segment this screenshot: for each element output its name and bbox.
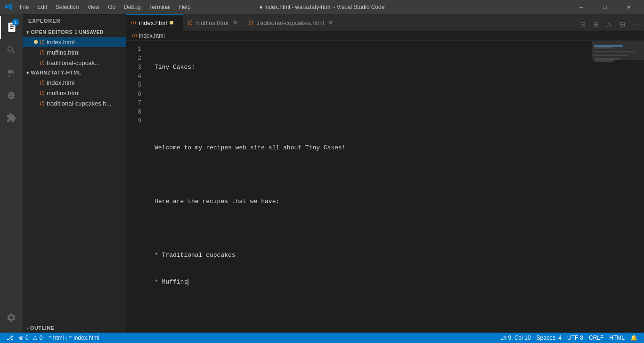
close-button[interactable]: ✕ [618,0,639,14]
format-status[interactable]: ≡ html | ≡ index.html [45,333,102,343]
line-ending-status[interactable]: CRLF [586,333,606,343]
source-control-activity-icon[interactable] [0,61,23,84]
tab-bar: ⟨/⟩ index.html ⟨/⟩ muffins.html ✕ ⟨/⟩ tr… [126,14,644,31]
open-editors-label: OPEN EDITORS [31,29,73,35]
open-file-label: index.html [47,39,74,46]
project-file-traditional[interactable]: ⟨/⟩ traditional-cupcakes.h... [23,98,126,108]
open-file-traditional-cupcakes[interactable]: ⟨/⟩ traditional-cupcak... [23,57,126,68]
tab-close-muffins[interactable]: ✕ [231,19,239,26]
project-index-label: index.html [47,79,74,86]
sidebar-header: EXPLORER [23,14,126,27]
open-file-muffins-html[interactable]: ⟨/⟩ muffins.html [23,47,126,57]
cursor-position-label: Ln 9, Col 10 [500,335,531,341]
tab-index-label: index.html [139,19,167,26]
tab-traditional-label: traditional-cupcakes.html [256,19,324,26]
open-editors-section[interactable]: ▾ OPEN EDITORS 1 UNSAVED [23,27,126,37]
settings-activity-icon[interactable] [0,306,23,329]
open-file-index-html[interactable]: ⟨/⟩ index.html [23,37,126,47]
format-file-label: index.html [73,335,99,341]
notification-status[interactable]: 🔔 [628,333,640,343]
html-file-icon: ⟨/⟩ [40,90,45,96]
window-title: ● index.html - warsztaty-html - Visual S… [260,4,385,10]
minimap [592,41,644,333]
split-editor-button[interactable]: ⊟ [576,17,589,31]
menu-file[interactable]: File [16,3,33,11]
status-left: ⎇ ⊗ 0 ⚠ 0 ≡ html | ≡ index.html [4,333,102,343]
minimize-button[interactable]: ─ [571,0,592,14]
modified-dot-icon [34,40,38,44]
indentation-status[interactable]: Spaces: 4 [534,333,564,343]
errors-warnings-status[interactable]: ⊗ 0 ⚠ 0 [16,333,45,343]
sidebar: EXPLORER ▾ OPEN EDITORS 1 UNSAVED ⟨/⟩ in… [23,14,126,333]
code-line-1: Tiny Cakes! [155,63,592,72]
indentation-label: Spaces: 4 [537,335,562,341]
code-line-7 [155,224,592,233]
line-numbers: 1 2 3 4 5 6 7 8 9 [126,41,147,333]
menu-selection[interactable]: Selection [52,3,82,11]
chevron-down-icon-2: ▾ [26,70,29,75]
run-button[interactable]: ▷ [603,17,616,31]
git-branch-status[interactable]: ⎇ [4,333,16,343]
search-activity-icon[interactable] [0,39,23,61]
open-muffins-label: muffins.html [47,49,80,56]
menu-edit[interactable]: Edit [33,3,51,11]
html-tab-icon-3: ⟨/⟩ [248,20,253,26]
explorer-activity-icon[interactable]: 1 [0,16,23,39]
warsztaty-label: WARSZTATY-HTML [31,70,82,75]
title-bar-left: File Edit Selection View Go Debug Termin… [5,3,195,12]
encoding-status[interactable]: UTF-8 [564,333,586,343]
language-label: HTML [609,335,625,341]
menu-help[interactable]: Help [175,3,195,11]
menu-debug[interactable]: Debug [120,3,144,11]
html-breadcrumb-icon: ⟨/⟩ [132,33,137,39]
breadcrumb-filename: index.html [139,33,165,39]
html-file-icon: ⟨/⟩ [40,49,45,56]
code-line-8: * Traditional cupcakes [155,251,592,260]
error-count: 0 [25,335,29,341]
debug-activity-icon[interactable] [0,84,23,106]
tab-muffins-html[interactable]: ⟨/⟩ muffins.html ✕ [183,14,244,31]
project-traditional-label: traditional-cupcakes.h... [47,100,111,107]
explorer-badge: 1 [12,19,19,25]
split-down-button[interactable]: ⊟ [616,17,629,31]
activity-bar: 1 [0,14,23,333]
warsztaty-section[interactable]: ▾ WARSZTATY-HTML [23,68,126,77]
minimap-content [592,41,644,66]
html-tab-icon-2: ⟨/⟩ [187,20,193,26]
editor-content[interactable]: 1 2 3 4 5 6 7 8 9 Tiny Cakes! ----------… [126,41,644,333]
html-file-icon: ⟨/⟩ [40,80,45,86]
title-bar: File Edit Selection View Go Debug Termin… [0,0,644,14]
unsaved-badge: 1 UNSAVED [74,30,103,35]
status-right: Ln 9, Col 10 Spaces: 4 UTF-8 CRLF HTML 🔔 [497,333,640,343]
cursor-position-status[interactable]: Ln 9, Col 10 [497,333,534,343]
tab-muffins-label: muffins.html [196,19,228,26]
menu-terminal[interactable]: Terminal [146,3,174,11]
project-file-muffins-html[interactable]: ⟨/⟩ muffins.html [23,88,126,98]
more-actions-button[interactable]: ··· [629,17,642,31]
project-file-index-html[interactable]: ⟨/⟩ index.html [23,77,126,88]
html-file-icon: ⟨/⟩ [40,60,45,66]
code-line-6: Here are the recipes that we have: [155,197,592,206]
breadcrumb: ⟨/⟩ index.html [126,31,644,41]
text-cursor [187,279,188,286]
code-line-2: ---------- [155,90,592,98]
menu-go[interactable]: Go [104,3,119,11]
menu-view[interactable]: View [83,3,103,11]
language-mode-status[interactable]: HTML [606,333,628,343]
outline-section[interactable]: › OUTLINE [23,323,126,333]
extensions-activity-icon[interactable] [0,106,23,129]
maximize-button[interactable]: □ [594,0,616,14]
outline-label: OUTLINE [30,325,55,331]
tab-index-html[interactable]: ⟨/⟩ index.html [126,14,183,31]
tab-actions: ⊟ ⊞ ▷ ⊟ ··· [576,17,644,31]
chevron-down-icon: ▾ [26,30,29,35]
status-bar: ⎇ ⊗ 0 ⚠ 0 ≡ html | ≡ index.html Ln 9, Co… [0,333,644,343]
tab-traditional-html[interactable]: ⟨/⟩ traditional-cupcakes.html ✕ [244,14,339,31]
bell-icon: 🔔 [630,335,637,341]
code-line-9: * Muffins [155,278,592,286]
code-editor[interactable]: Tiny Cakes! ---------- Welcome to my rec… [147,41,592,333]
code-line-4: Welcome to my recipes web site all about… [155,143,592,152]
chevron-right-icon: › [26,326,28,331]
split-right-button[interactable]: ⊞ [589,17,603,31]
tab-close-traditional[interactable]: ✕ [327,19,334,26]
